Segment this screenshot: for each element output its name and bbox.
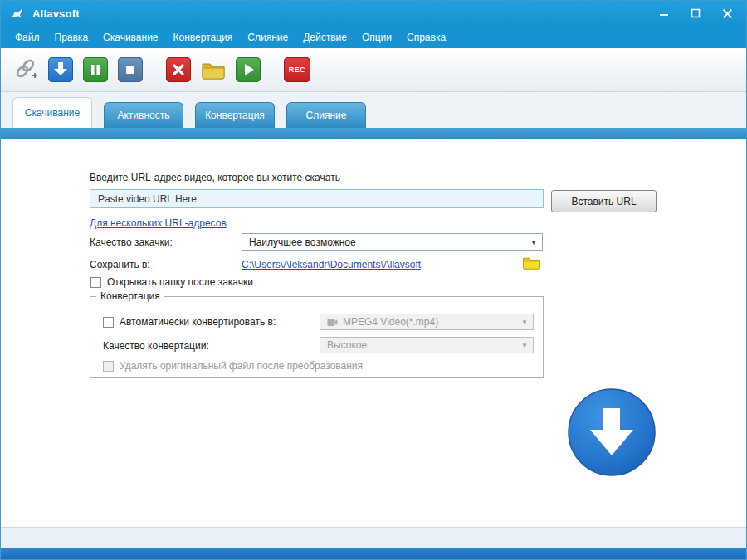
delete-original-checkbox-label: Удалять оригинальный файл после преобраз… <box>120 360 363 372</box>
convert-format-value: MPEG4 Video(*.mp4) <box>343 316 438 328</box>
folder-icon <box>201 59 226 80</box>
start-download-button[interactable] <box>48 57 73 82</box>
close-button[interactable] <box>715 3 740 23</box>
conversion-groupbox: Конвертация Автоматически конвертировать… <box>90 296 544 378</box>
rec-label: REC <box>289 66 306 74</box>
tab-convert[interactable]: Конвертация <box>195 102 275 128</box>
tab-merge[interactable]: Слияние <box>286 102 366 128</box>
toolbar: REC <box>1 48 746 92</box>
play-icon <box>237 58 260 81</box>
menu-merge[interactable]: Слияние <box>240 27 295 47</box>
stop-button[interactable] <box>118 57 143 82</box>
record-button[interactable]: REC <box>284 57 310 82</box>
bottom-bar <box>1 548 746 560</box>
minimize-button[interactable] <box>652 3 676 23</box>
status-bar <box>1 527 746 548</box>
chain-plus-icon <box>13 57 38 82</box>
cancel-button[interactable] <box>166 57 191 82</box>
download-quality-select[interactable]: Наилучшее возможное ▼ <box>242 233 543 251</box>
dropdown-arrow-icon: ▼ <box>521 319 528 326</box>
dropdown-arrow-icon: ▼ <box>521 342 528 349</box>
open-folder-button[interactable] <box>201 57 226 82</box>
video-format-icon <box>327 318 338 327</box>
download-quality-value: Наилучшее возможное <box>249 236 356 248</box>
url-prompt-label: Введите URL-адрес видео, которое вы хоти… <box>90 172 340 183</box>
window-controls <box>652 1 740 26</box>
dropdown-arrow-icon: ▼ <box>530 238 537 246</box>
menu-edit[interactable]: Правка <box>47 27 96 47</box>
auto-convert-checkbox[interactable] <box>103 317 114 328</box>
play-button[interactable] <box>236 57 261 82</box>
url-input[interactable] <box>90 189 544 208</box>
delete-original-row: Удалять оригинальный файл после преобраз… <box>103 360 363 372</box>
browse-folder-icon[interactable] <box>522 255 541 273</box>
allavsoft-logo-icon <box>9 5 26 22</box>
allavsoft-window: Allavsoft Файл Правка Скачивание Конверт… <box>0 0 747 560</box>
x-icon <box>167 58 190 81</box>
maximize-button[interactable] <box>683 3 708 23</box>
menu-file[interactable]: Файл <box>7 27 47 47</box>
menu-help[interactable]: Справка <box>399 27 453 47</box>
download-quality-label: Качество закачки: <box>90 236 173 248</box>
tab-activity[interactable]: Активность <box>104 102 183 128</box>
open-folder-checkbox[interactable] <box>90 277 101 288</box>
stop-icon <box>119 58 142 81</box>
convert-quality-select[interactable]: Высокое ▼ <box>320 337 534 353</box>
menu-action[interactable]: Действие <box>295 27 354 47</box>
big-download-arrow-icon <box>568 388 656 476</box>
convert-format-select[interactable]: MPEG4 Video(*.mp4) ▼ <box>320 314 534 330</box>
window-title: Allavsoft <box>32 7 80 20</box>
pause-icon <box>84 58 107 81</box>
tab-download[interactable]: Скачивание <box>12 97 92 128</box>
big-download-button[interactable] <box>568 388 656 476</box>
paste-url-button[interactable]: Вставить URL <box>551 190 657 212</box>
add-url-button[interactable] <box>13 57 38 82</box>
menu-options[interactable]: Опции <box>354 27 399 47</box>
auto-convert-checkbox-label: Автоматически конвертировать в: <box>120 316 276 328</box>
tab-strip <box>1 128 746 139</box>
convert-quality-label: Качество конвертации: <box>103 340 209 352</box>
save-path-link[interactable]: C:\Users\Aleksandr\Documents\Allavsoft <box>242 259 421 270</box>
convert-quality-value: Высокое <box>327 339 367 351</box>
pause-button[interactable] <box>83 57 108 82</box>
conversion-group-title: Конвертация <box>96 290 164 302</box>
download-arrow-icon <box>49 58 72 81</box>
download-tab-panel: Введите URL-адрес видео, которое вы хоти… <box>1 139 746 527</box>
menu-bar: Файл Правка Скачивание Конвертация Слиян… <box>1 26 746 48</box>
auto-convert-row: Автоматически конвертировать в: <box>103 316 276 328</box>
delete-original-checkbox[interactable] <box>103 361 114 372</box>
open-folder-after-download-row: Открывать папку после закачки <box>90 276 253 288</box>
menu-download[interactable]: Скачивание <box>95 27 165 47</box>
multiple-urls-link[interactable]: Для нескольких URL-адресов <box>90 217 227 229</box>
tab-bar: Скачивание Активность Конвертация Слияни… <box>1 92 746 128</box>
menu-convert[interactable]: Конвертация <box>166 27 241 47</box>
save-to-label: Сохранить в: <box>90 259 150 270</box>
title-bar: Allavsoft <box>1 1 746 26</box>
open-folder-checkbox-label: Открывать папку после закачки <box>107 276 253 288</box>
